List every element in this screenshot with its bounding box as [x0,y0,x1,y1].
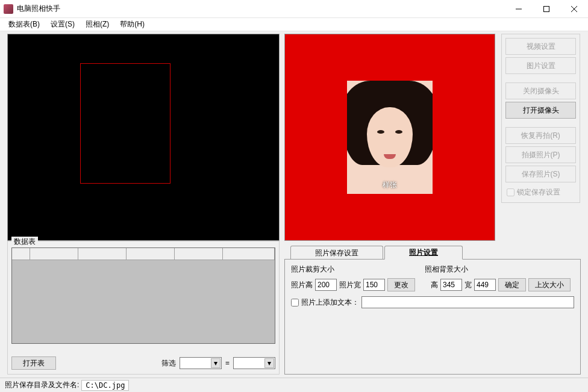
data-grid[interactable] [11,247,275,344]
settings-tabs: 照片保存设置 照片设置 照片裁剪大小 照相背景大小 照片高 照片宽 更改 高 宽… [284,246,581,375]
filter-eq: = [225,359,230,367]
lock-save-label: 锁定保存设置 [517,187,560,198]
tab-save-settings[interactable]: 照片保存设置 [290,246,383,259]
sample-photo: 样张 [347,81,433,194]
change-button[interactable]: 更改 [387,278,415,291]
add-text-label: 照片上添加文本： [301,297,359,308]
menu-settings[interactable]: 设置(S) [46,18,80,31]
confirm-button[interactable]: 确定 [498,278,526,291]
menu-camera[interactable]: 照相(Z) [81,18,114,31]
image-settings-button[interactable]: 图片设置 [505,57,576,74]
status-label: 照片保存目录及文件名: [5,380,79,390]
tab-photo-settings[interactable]: 照片设置 [384,246,463,260]
bg-height-input[interactable] [440,279,462,291]
data-grid-header [12,248,275,260]
crop-width-input[interactable] [363,279,385,291]
data-grid-body [12,260,275,343]
workspace: 样张 视频设置 图片设置 关闭摄像头 打开摄像头 恢复再拍(R) 拍摄照片(P)… [0,31,588,377]
close-camera-button[interactable]: 关闭摄像头 [505,82,576,99]
svg-rect-1 [544,6,549,11]
add-text-input[interactable] [291,299,299,306]
filter-value-combo[interactable]: ▾ [233,357,275,369]
bg-section-label: 照相背景大小 [425,264,468,275]
open-table-button[interactable]: 打开表 [11,356,56,370]
crop-width-label: 照片宽 [339,280,361,290]
crop-height-input[interactable] [315,279,337,291]
open-camera-button[interactable]: 打开摄像头 [505,102,576,119]
title-bar: 电脑照相快手 [0,0,588,18]
filter-label: 筛选 [161,358,176,369]
video-settings-button[interactable]: 视频设置 [505,38,576,55]
bg-width-input[interactable] [474,279,496,291]
status-path: C:\DC.jpg [81,380,129,391]
menu-bar: 数据表(B) 设置(S) 照相(Z) 帮助(H) [0,18,588,31]
sample-eye-l [377,130,384,134]
lock-save-input[interactable] [507,188,514,196]
add-text-checkbox[interactable]: 照片上添加文本： [291,297,359,308]
menu-data[interactable]: 数据表(B) [4,18,45,31]
minimize-button[interactable] [505,0,533,18]
bg-height-label: 高 [431,280,438,290]
data-group: 数据表 打开表 筛选 ▾ = ▾ [7,241,280,375]
sample-eye-r [395,130,402,134]
tab-page-photo-settings: 照片裁剪大小 照相背景大小 照片高 照片宽 更改 高 宽 确定 上次大小 [284,259,581,375]
save-button[interactable]: 保存照片(S) [505,166,576,182]
add-text-field[interactable] [361,296,574,308]
last-size-button[interactable]: 上次大小 [528,278,571,291]
status-bar: 照片保存目录及文件名: C:\DC.jpg [0,378,588,392]
preview-panel: 样张 [284,34,495,241]
chevron-down-icon: ▾ [211,358,220,368]
crop-section-label: 照片裁剪大小 [291,264,425,275]
bg-width-label: 宽 [464,280,472,290]
crop-height-label: 照片高 [291,280,313,290]
maximize-button[interactable] [533,0,560,18]
capture-button[interactable]: 拍摄照片(P) [505,146,576,163]
menu-help[interactable]: 帮助(H) [115,18,149,31]
filter-field-combo[interactable]: ▾ [180,357,222,369]
side-button-panel: 视频设置 图片设置 关闭摄像头 打开摄像头 恢复再拍(R) 拍摄照片(P) 保存… [501,34,580,203]
retry-button[interactable]: 恢复再拍(R) [505,127,576,144]
chevron-down-icon: ▾ [264,358,274,368]
camera-panel [7,34,280,241]
lock-save-checkbox[interactable]: 锁定保存设置 [505,185,576,199]
close-button[interactable] [560,0,588,18]
data-group-legend: 数据表 [11,237,38,247]
sample-label: 样张 [347,180,433,190]
window-title: 电脑照相快手 [17,4,505,14]
crop-rectangle[interactable] [80,63,170,184]
app-icon [4,4,13,14]
